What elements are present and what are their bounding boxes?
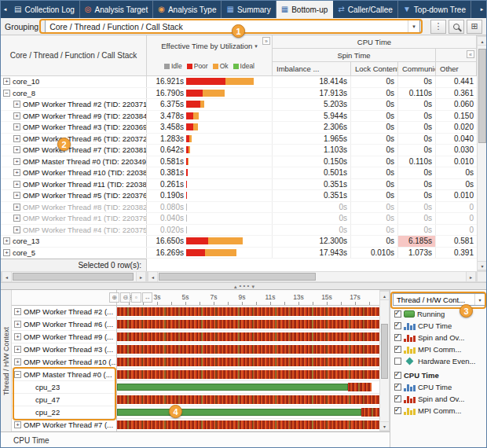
checkbox[interactable] bbox=[394, 384, 401, 391]
scroll-left-icon[interactable]: ◂ bbox=[2, 272, 12, 281]
table-row[interactable]: +OMP Worker Thread #7 (TID: 220381)0.642… bbox=[1, 145, 477, 156]
legend-item-cpu-time[interactable]: CPU Time bbox=[390, 381, 487, 393]
chevron-down-icon[interactable]: ▾ bbox=[408, 20, 419, 32]
expand-icon[interactable]: + bbox=[14, 308, 21, 315]
timeline-track[interactable] bbox=[117, 332, 379, 341]
table-row[interactable]: +OMP Master Thread #0 (TID: 220349)0.581… bbox=[1, 156, 477, 168]
scrollbar-track[interactable] bbox=[158, 272, 466, 281]
timeline-track[interactable] bbox=[117, 395, 379, 404]
expand-icon[interactable]: + bbox=[13, 135, 20, 142]
timeline-track-row[interactable] bbox=[117, 406, 379, 419]
expand-icon[interactable]: + bbox=[14, 333, 21, 340]
expand-icon[interactable]: + bbox=[3, 78, 10, 85]
collapse-column-icon[interactable]: « bbox=[467, 50, 474, 58]
tab-collection-log[interactable]: ▤Collection Log bbox=[9, 1, 80, 18]
other-column-header[interactable]: Other bbox=[436, 62, 477, 76]
scrollbar-thumb[interactable] bbox=[159, 273, 316, 281]
zoom-out-icon[interactable]: ⊖ bbox=[120, 292, 130, 303]
tab-analysis-type[interactable]: ◉Analysis Type bbox=[153, 1, 222, 18]
scrollbar-track[interactable] bbox=[380, 300, 389, 421]
expand-icon[interactable]: + bbox=[13, 181, 20, 188]
timeline-track-row[interactable] bbox=[117, 419, 379, 431]
zoom-in-icon[interactable]: ⊕ bbox=[109, 292, 119, 303]
imbalance-column-header[interactable]: Imbalance ... bbox=[273, 62, 351, 76]
scroll-up-icon[interactable]: ▴ bbox=[380, 291, 389, 300]
checkbox[interactable] bbox=[394, 346, 401, 353]
lock-contention-column-header[interactable]: Lock Contention ... bbox=[351, 62, 398, 76]
effective-time-column-header[interactable]: Effective Time by Utilization ▾ IdlePoor… bbox=[147, 35, 273, 76]
expand-icon[interactable]: + bbox=[14, 346, 21, 353]
tab-caller-callee[interactable]: ⇄Caller/Callee bbox=[333, 1, 398, 18]
timeline-row-label[interactable]: cpu_47 bbox=[12, 394, 116, 406]
timeline-row-label[interactable]: +OMP Worker Thread #2 (... bbox=[12, 306, 116, 318]
scrollbar-thumb[interactable] bbox=[381, 324, 388, 379]
timeline-track-row[interactable] bbox=[117, 381, 379, 394]
timeline-row-label[interactable]: +OMP Worker Thread #3 (... bbox=[12, 343, 116, 356]
tab-summary[interactable]: ▦Summary bbox=[222, 1, 276, 18]
table-row[interactable]: +OMP Worker Thread #11 (TID: 220388)0.26… bbox=[1, 179, 477, 191]
expand-icon[interactable]: + bbox=[13, 192, 20, 199]
splitter-down-icon[interactable]: ▾ bbox=[251, 284, 254, 289]
splitter-up-icon[interactable]: ▴ bbox=[234, 284, 237, 289]
scrollbar-thumb[interactable] bbox=[478, 49, 486, 143]
checkbox[interactable] bbox=[394, 358, 401, 365]
table-row[interactable]: +OMP Worker Thread #2 (TID: 220371)6.375… bbox=[1, 99, 477, 111]
communication-column-header[interactable]: Communication... bbox=[398, 62, 436, 76]
pan-icon[interactable]: ↔ bbox=[142, 292, 152, 303]
checkbox[interactable] bbox=[394, 407, 401, 414]
expand-icon[interactable]: + bbox=[3, 249, 10, 256]
expand-column-icon[interactable]: » bbox=[262, 37, 270, 45]
table-row[interactable]: +OMP Worker Thread #9 (TID: 220384)3.478… bbox=[1, 111, 477, 123]
timeline-view-dropdown[interactable]: Thread / H/W Cont... ▾ bbox=[393, 293, 485, 306]
tree-column-header[interactable]: Core / Thread / Function / Call Stack bbox=[1, 35, 147, 76]
chevron-down-icon[interactable]: ▾ bbox=[474, 294, 485, 305]
expand-icon[interactable]: + bbox=[13, 215, 20, 222]
table-row[interactable]: +core_1016.921s18.414s0s0s0.441 bbox=[1, 76, 477, 88]
legend-item-spin-and-ov-[interactable]: Spin and Ov... bbox=[390, 393, 487, 405]
expand-icon[interactable]: + bbox=[13, 158, 20, 165]
cpu-time-band[interactable]: CPU Time bbox=[1, 431, 390, 448]
tab-scroll-right-icon[interactable]: ▸ bbox=[478, 1, 486, 18]
timeline-track[interactable] bbox=[117, 370, 379, 379]
scroll-down-icon[interactable]: ▾ bbox=[380, 421, 389, 431]
checkbox[interactable] bbox=[394, 395, 401, 402]
expand-icon[interactable]: + bbox=[13, 204, 20, 211]
timeline-track-row[interactable] bbox=[117, 356, 379, 369]
timeline-track-row[interactable] bbox=[117, 306, 379, 318]
table-row[interactable]: +OMP Worker Thread #10 (TID: 220386)0.38… bbox=[1, 167, 477, 179]
grid-vertical-scrollbar[interactable]: ▴ ▾ bbox=[477, 35, 487, 271]
table-row[interactable]: +OMP Worker Thread #1 (TID: 220379)0.040… bbox=[1, 213, 477, 225]
timeline-track-row[interactable] bbox=[117, 331, 379, 343]
timeline-row-label[interactable]: cpu_23 bbox=[12, 381, 116, 394]
table-row[interactable]: +OMP Worker Thread #6 (TID: 220372)1.283… bbox=[1, 134, 477, 145]
timeline-row-label[interactable]: +OMP Worker Thread #9 (... bbox=[12, 331, 116, 343]
timeline-ruler[interactable]: 1s3s5s7s9s11s13s15s17s bbox=[117, 290, 379, 306]
customize-grouping-button[interactable]: ⋮ bbox=[430, 20, 446, 34]
legend-item-spin-and-ov-[interactable]: Spin and Ov... bbox=[390, 332, 487, 343]
legend-item-hardware-even-[interactable]: Hardware Even... bbox=[390, 355, 487, 367]
data-horizontal-scrollbar[interactable]: ◂ ▸ bbox=[147, 271, 477, 282]
expand-icon[interactable]: + bbox=[13, 101, 20, 108]
legend-item-mpi-comm-[interactable]: MPI Comm... bbox=[390, 405, 487, 417]
tab-analysis-target[interactable]: ◎Analysis Target bbox=[80, 1, 153, 18]
expand-icon[interactable]: + bbox=[13, 123, 20, 130]
table-row[interactable]: −core_816.790s17.913s0s0.110s0.361 bbox=[1, 88, 477, 100]
timeline-track-row[interactable] bbox=[117, 369, 379, 381]
expand-icon[interactable]: + bbox=[13, 226, 20, 233]
scroll-right-icon[interactable]: ▸ bbox=[136, 272, 146, 281]
timeline-track-row[interactable] bbox=[117, 343, 379, 356]
pane-splitter[interactable]: ▴ • • • ▾ bbox=[1, 282, 487, 290]
table-row[interactable]: +OMP Worker Thread #5 (TID: 220376)0.190… bbox=[1, 190, 477, 202]
timeline-row-label[interactable]: cpu_22 bbox=[12, 406, 116, 419]
checkbox[interactable] bbox=[394, 372, 401, 379]
legend-item-cpu-time[interactable]: CPU Time bbox=[390, 320, 487, 332]
timeline-row-label[interactable]: +OMP Worker Thread #6 (... bbox=[12, 318, 116, 331]
timeline-track[interactable] bbox=[117, 345, 379, 354]
timeline-track[interactable] bbox=[117, 408, 379, 417]
timeline-track-row[interactable] bbox=[117, 394, 379, 406]
scrollbar-track[interactable] bbox=[12, 272, 136, 281]
checkbox[interactable] bbox=[394, 334, 401, 341]
timeline-row-label[interactable]: −OMP Master Thread #0 (... bbox=[12, 369, 116, 381]
scroll-left-icon[interactable]: ◂ bbox=[148, 272, 158, 281]
expand-icon[interactable]: + bbox=[13, 146, 20, 153]
